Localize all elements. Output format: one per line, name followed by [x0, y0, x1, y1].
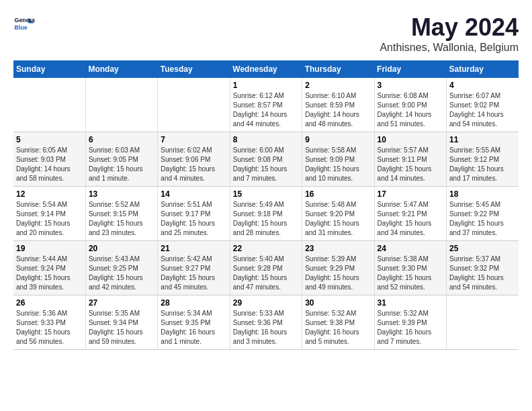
calendar-cell: 2Sunrise: 6:10 AM Sunset: 8:59 PM Daylig… — [302, 78, 374, 132]
calendar-cell: 12Sunrise: 5:54 AM Sunset: 9:14 PM Dayli… — [13, 187, 85, 241]
calendar-cell: 8Sunrise: 6:00 AM Sunset: 9:08 PM Daylig… — [230, 132, 302, 187]
day-number: 1 — [233, 81, 299, 90]
svg-text:Blue: Blue — [15, 24, 28, 31]
header-friday: Friday — [374, 60, 446, 78]
calendar-week-3: 12Sunrise: 5:54 AM Sunset: 9:14 PM Dayli… — [13, 187, 519, 241]
calendar-cell — [158, 78, 230, 132]
day-number: 3 — [378, 81, 443, 90]
calendar-cell — [447, 295, 519, 350]
day-info: Sunrise: 5:51 AM Sunset: 9:17 PM Dayligh… — [161, 200, 226, 238]
header-wednesday: Wednesday — [230, 60, 302, 78]
day-number: 24 — [378, 244, 443, 253]
day-number: 17 — [378, 189, 443, 199]
day-info: Sunrise: 5:43 AM Sunset: 9:25 PM Dayligh… — [89, 255, 154, 292]
day-info: Sunrise: 5:32 AM Sunset: 9:38 PM Dayligh… — [305, 309, 371, 347]
day-number: 23 — [305, 244, 371, 253]
day-number: 14 — [161, 189, 226, 199]
svg-text:General: General — [15, 17, 35, 24]
day-number: 5 — [16, 135, 83, 144]
calendar-cell: 11Sunrise: 5:55 AM Sunset: 9:12 PM Dayli… — [447, 132, 519, 187]
day-info: Sunrise: 5:37 AM Sunset: 9:32 PM Dayligh… — [449, 255, 516, 292]
day-number: 31 — [378, 298, 443, 308]
calendar-body: 1Sunrise: 6:12 AM Sunset: 8:57 PM Daylig… — [13, 78, 519, 350]
day-info: Sunrise: 5:32 AM Sunset: 9:39 PM Dayligh… — [378, 309, 443, 347]
calendar-cell: 22Sunrise: 5:40 AM Sunset: 9:28 PM Dayli… — [230, 241, 302, 295]
header-saturday: Saturday — [447, 60, 519, 78]
calendar-cell: 3Sunrise: 6:08 AM Sunset: 9:00 PM Daylig… — [374, 78, 446, 132]
calendar-cell: 9Sunrise: 5:58 AM Sunset: 9:09 PM Daylig… — [302, 132, 374, 187]
day-info: Sunrise: 5:44 AM Sunset: 9:24 PM Dayligh… — [16, 255, 83, 292]
day-number: 30 — [305, 298, 371, 308]
day-info: Sunrise: 5:35 AM Sunset: 9:34 PM Dayligh… — [89, 309, 154, 347]
day-number: 8 — [233, 135, 299, 144]
day-info: Sunrise: 5:47 AM Sunset: 9:21 PM Dayligh… — [378, 200, 443, 238]
calendar-week-2: 5Sunrise: 6:05 AM Sunset: 9:03 PM Daylig… — [13, 132, 519, 187]
day-number: 13 — [89, 189, 154, 199]
header-tuesday: Tuesday — [158, 60, 230, 78]
day-info: Sunrise: 5:40 AM Sunset: 9:28 PM Dayligh… — [233, 255, 299, 292]
day-info: Sunrise: 5:39 AM Sunset: 9:29 PM Dayligh… — [305, 255, 371, 292]
calendar-cell: 5Sunrise: 6:05 AM Sunset: 9:03 PM Daylig… — [13, 132, 85, 187]
day-info: Sunrise: 5:54 AM Sunset: 9:14 PM Dayligh… — [16, 200, 83, 238]
day-info: Sunrise: 5:48 AM Sunset: 9:20 PM Dayligh… — [305, 200, 371, 238]
calendar-cell: 19Sunrise: 5:44 AM Sunset: 9:24 PM Dayli… — [13, 241, 85, 295]
calendar-cell — [85, 78, 157, 132]
day-number: 7 — [161, 135, 226, 144]
day-number: 22 — [233, 244, 299, 253]
day-info: Sunrise: 5:38 AM Sunset: 9:30 PM Dayligh… — [378, 255, 443, 292]
calendar-cell: 26Sunrise: 5:36 AM Sunset: 9:33 PM Dayli… — [13, 295, 85, 350]
day-info: Sunrise: 5:57 AM Sunset: 9:11 PM Dayligh… — [378, 146, 443, 183]
day-info: Sunrise: 5:33 AM Sunset: 9:36 PM Dayligh… — [233, 309, 299, 347]
day-number: 21 — [161, 244, 226, 253]
day-info: Sunrise: 6:12 AM Sunset: 8:57 PM Dayligh… — [233, 91, 299, 129]
day-info: Sunrise: 6:10 AM Sunset: 8:59 PM Dayligh… — [305, 91, 371, 129]
day-info: Sunrise: 6:02 AM Sunset: 9:06 PM Dayligh… — [161, 146, 226, 183]
day-info: Sunrise: 6:08 AM Sunset: 9:00 PM Dayligh… — [378, 91, 443, 129]
day-info: Sunrise: 5:52 AM Sunset: 9:15 PM Dayligh… — [89, 200, 154, 238]
day-number: 11 — [449, 135, 516, 144]
day-info: Sunrise: 6:00 AM Sunset: 9:08 PM Dayligh… — [233, 146, 299, 183]
page-header: General Blue May 2024 Anthisnes, Walloni… — [13, 13, 519, 54]
calendar-week-1: 1Sunrise: 6:12 AM Sunset: 8:57 PM Daylig… — [13, 78, 519, 132]
header-row: Sunday Monday Tuesday Wednesday Thursday… — [13, 60, 519, 78]
calendar-cell: 14Sunrise: 5:51 AM Sunset: 9:17 PM Dayli… — [158, 187, 230, 241]
day-number: 16 — [305, 189, 371, 199]
calendar-header: Sunday Monday Tuesday Wednesday Thursday… — [13, 60, 519, 78]
day-number: 9 — [305, 135, 371, 144]
day-number: 28 — [161, 298, 226, 308]
calendar-cell: 30Sunrise: 5:32 AM Sunset: 9:38 PM Dayli… — [302, 295, 374, 350]
day-number: 25 — [449, 244, 516, 253]
calendar-cell: 23Sunrise: 5:39 AM Sunset: 9:29 PM Dayli… — [302, 241, 374, 295]
day-info: Sunrise: 6:05 AM Sunset: 9:03 PM Dayligh… — [16, 146, 83, 183]
calendar-cell: 13Sunrise: 5:52 AM Sunset: 9:15 PM Dayli… — [85, 187, 157, 241]
day-number: 26 — [16, 298, 83, 308]
calendar-cell: 16Sunrise: 5:48 AM Sunset: 9:20 PM Dayli… — [302, 187, 374, 241]
calendar-week-5: 26Sunrise: 5:36 AM Sunset: 9:33 PM Dayli… — [13, 295, 519, 350]
main-title: May 2024 — [380, 13, 519, 42]
calendar-cell: 15Sunrise: 5:49 AM Sunset: 9:18 PM Dayli… — [230, 187, 302, 241]
day-info: Sunrise: 5:55 AM Sunset: 9:12 PM Dayligh… — [449, 146, 516, 183]
title-block: May 2024 Anthisnes, Wallonia, Belgium — [380, 13, 519, 54]
calendar-cell: 24Sunrise: 5:38 AM Sunset: 9:30 PM Dayli… — [374, 241, 446, 295]
header-sunday: Sunday — [13, 60, 85, 78]
day-number: 19 — [16, 244, 83, 253]
day-number: 29 — [233, 298, 299, 308]
day-number: 27 — [89, 298, 154, 308]
day-info: Sunrise: 5:36 AM Sunset: 9:33 PM Dayligh… — [16, 309, 83, 347]
calendar-cell: 28Sunrise: 5:34 AM Sunset: 9:35 PM Dayli… — [158, 295, 230, 350]
day-info: Sunrise: 5:58 AM Sunset: 9:09 PM Dayligh… — [305, 146, 371, 183]
day-info: Sunrise: 5:45 AM Sunset: 9:22 PM Dayligh… — [449, 200, 516, 238]
day-number: 10 — [378, 135, 443, 144]
day-info: Sunrise: 6:07 AM Sunset: 9:02 PM Dayligh… — [449, 91, 516, 129]
day-info: Sunrise: 5:42 AM Sunset: 9:27 PM Dayligh… — [161, 255, 226, 292]
day-info: Sunrise: 5:34 AM Sunset: 9:35 PM Dayligh… — [161, 309, 226, 347]
logo: General Blue — [13, 13, 35, 35]
day-number: 15 — [233, 189, 299, 199]
calendar-cell: 29Sunrise: 5:33 AM Sunset: 9:36 PM Dayli… — [230, 295, 302, 350]
calendar-cell: 10Sunrise: 5:57 AM Sunset: 9:11 PM Dayli… — [374, 132, 446, 187]
day-number: 20 — [89, 244, 154, 253]
calendar-cell: 6Sunrise: 6:03 AM Sunset: 9:05 PM Daylig… — [85, 132, 157, 187]
day-number: 4 — [449, 81, 516, 90]
day-info: Sunrise: 5:49 AM Sunset: 9:18 PM Dayligh… — [233, 200, 299, 238]
calendar-cell: 1Sunrise: 6:12 AM Sunset: 8:57 PM Daylig… — [230, 78, 302, 132]
